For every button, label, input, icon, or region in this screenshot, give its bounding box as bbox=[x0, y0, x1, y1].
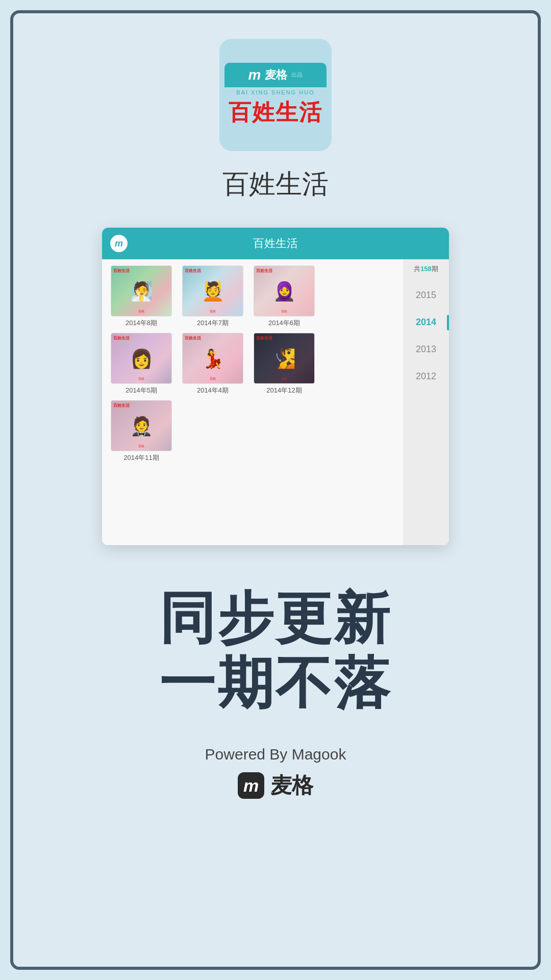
footer: Powered By Magook m 麦格 bbox=[205, 746, 346, 800]
year-2015[interactable]: 2015 bbox=[403, 282, 449, 309]
mag-cover: 百姓生活 🧏 百姓 bbox=[254, 333, 315, 384]
mag-label: 2014年6期 bbox=[268, 318, 300, 328]
magook-brand-name: 麦格 bbox=[265, 67, 287, 83]
year-2014[interactable]: 2014 bbox=[403, 309, 449, 336]
mag-cover: 百姓生活 🧖 百姓 bbox=[111, 265, 172, 316]
list-item[interactable]: 百姓生活 🧕 百姓 2014年6期 bbox=[251, 265, 317, 328]
list-item[interactable]: 百姓生活 💃 百姓 2014年4期 bbox=[180, 333, 246, 395]
mag-cover: 百姓生活 👩 百姓 bbox=[111, 333, 172, 384]
total-count: 共158期 bbox=[414, 264, 438, 274]
logo-top-bar: m 麦格 出品 bbox=[224, 63, 327, 87]
phone-header: m 百姓生活 bbox=[102, 228, 449, 259]
magook-brand-text: 麦格 bbox=[270, 771, 313, 800]
mag-cover: 百姓生活 💆 百姓 bbox=[182, 265, 243, 316]
list-item[interactable]: 百姓生活 🤵 百姓 2014年11期 bbox=[108, 400, 174, 462]
mag-label: 2014年12期 bbox=[266, 386, 302, 395]
mag-label: 2014年11期 bbox=[123, 453, 159, 462]
list-item[interactable]: 百姓生活 👩 百姓 2014年5期 bbox=[108, 333, 174, 395]
app-title: 百姓生活 bbox=[222, 166, 329, 202]
magook-m-icon: m bbox=[238, 772, 264, 799]
list-item[interactable]: 百姓生活 🧖 百姓 2014年8期 bbox=[108, 265, 174, 328]
mag-label: 2014年5期 bbox=[126, 386, 157, 395]
mag-label: 2014年7期 bbox=[197, 318, 229, 328]
logo-subtitle: BAI XING SHENG HUO bbox=[236, 89, 314, 95]
magook-pin: 出品 bbox=[291, 71, 303, 79]
svg-text:m: m bbox=[243, 776, 259, 795]
mag-label: 2014年8期 bbox=[126, 318, 157, 328]
tagline-line-2: 一期不落 bbox=[159, 651, 392, 716]
mag-row-1: 百姓生活 🧖 百姓 2014年8期 百姓生活 💆 百姓 bbox=[108, 265, 397, 328]
tagline: 同步更新 一期不落 bbox=[159, 586, 392, 715]
powered-by-text: Powered By Magook bbox=[205, 746, 346, 763]
mag-cover: 百姓生活 🧕 百姓 bbox=[254, 265, 315, 316]
magook-logo: m 麦格 bbox=[238, 771, 313, 800]
mag-label: 2014年4期 bbox=[197, 386, 229, 395]
main-container: m 麦格 出品 BAI XING SHENG HUO 百姓生活 百姓生活 m 百… bbox=[10, 10, 541, 970]
magook-m-letter: m bbox=[248, 67, 261, 83]
logo-chinese-title: 百姓生活 bbox=[229, 97, 322, 128]
year-2013[interactable]: 2013 bbox=[403, 336, 449, 363]
tagline-line-1: 同步更新 bbox=[159, 586, 392, 651]
year-sidebar: 共158期 2015 2014 2013 2012 bbox=[403, 259, 449, 545]
list-item[interactable]: 百姓生活 🧏 百姓 2014年12期 bbox=[251, 333, 317, 395]
phone-header-icon: m bbox=[110, 235, 128, 252]
phone-body: 百姓生活 🧖 百姓 2014年8期 百姓生活 💆 百姓 bbox=[102, 259, 449, 545]
magazine-grid: 百姓生活 🧖 百姓 2014年8期 百姓生活 💆 百姓 bbox=[102, 259, 403, 545]
mag-cover: 百姓生活 🤵 百姓 bbox=[111, 400, 172, 451]
list-item[interactable]: 百姓生活 💆 百姓 2014年7期 bbox=[180, 265, 246, 328]
mag-row-3: 百姓生活 🤵 百姓 2014年11期 bbox=[108, 400, 397, 462]
mag-row-2: 百姓生活 👩 百姓 2014年5期 百姓生活 💃 百姓 bbox=[108, 333, 397, 395]
app-logo-container: m 麦格 出品 BAI XING SHENG HUO 百姓生活 bbox=[219, 39, 332, 151]
phone-header-title: 百姓生活 bbox=[134, 236, 417, 251]
phone-mockup: m 百姓生活 百姓生活 🧖 百姓 2014年8 bbox=[102, 228, 449, 545]
mag-cover: 百姓生活 💃 百姓 bbox=[182, 333, 243, 384]
year-2012[interactable]: 2012 bbox=[403, 363, 449, 390]
